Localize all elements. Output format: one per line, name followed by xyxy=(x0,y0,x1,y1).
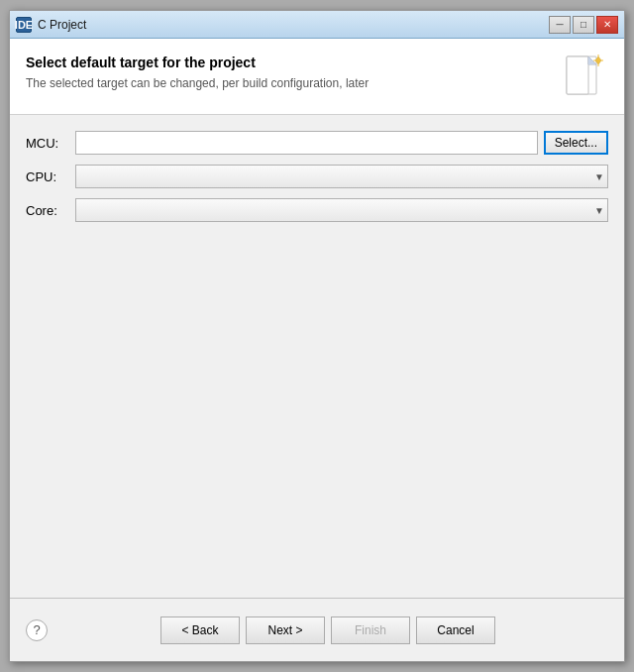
footer-section: ? < Back Next > Finish Cancel xyxy=(10,598,624,661)
close-button[interactable]: ✕ xyxy=(596,16,618,34)
header-section: Select default target for the project Th… xyxy=(10,39,624,115)
header-subtitle: The selected target can be changed, per … xyxy=(26,76,561,90)
select-mcu-button[interactable]: Select... xyxy=(544,131,608,155)
core-dropdown[interactable] xyxy=(75,198,608,222)
maximize-button[interactable]: □ xyxy=(573,16,594,34)
core-row: Core: ▼ xyxy=(26,198,608,222)
cancel-button[interactable]: Cancel xyxy=(416,616,495,644)
header-text: Select default target for the project Th… xyxy=(26,55,561,90)
back-button[interactable]: < Back xyxy=(160,616,240,644)
next-button[interactable]: Next > xyxy=(246,616,325,644)
mcu-label: MCU: xyxy=(26,136,75,151)
core-dropdown-wrapper: ▼ xyxy=(75,198,608,222)
app-icon: IDE xyxy=(16,17,32,33)
core-label: Core: xyxy=(26,203,75,218)
cpu-dropdown[interactable] xyxy=(75,165,608,188)
minimize-button[interactable]: ─ xyxy=(549,16,571,34)
header-title: Select default target for the project xyxy=(26,55,561,70)
footer-buttons: < Back Next > Finish Cancel xyxy=(48,616,608,644)
main-window: IDE C Project ─ □ ✕ Select default targe… xyxy=(9,10,625,662)
cpu-label: CPU: xyxy=(26,169,75,184)
finish-button[interactable]: Finish xyxy=(331,616,410,644)
mcu-input[interactable] xyxy=(75,131,538,155)
mcu-row: MCU: Select... xyxy=(26,131,608,155)
content-area: Select default target for the project Th… xyxy=(10,39,624,661)
window-controls: ─ □ ✕ xyxy=(549,16,618,34)
wizard-icon xyxy=(561,55,608,102)
title-bar: IDE C Project ─ □ ✕ xyxy=(10,11,624,39)
main-section: MCU: Select... CPU: ▼ Core: xyxy=(10,115,624,598)
window-title: C Project xyxy=(38,18,549,32)
cpu-row: CPU: ▼ xyxy=(26,165,608,188)
help-button[interactable]: ? xyxy=(26,619,48,641)
mcu-field-wrapper: Select... xyxy=(75,131,608,155)
svg-rect-1 xyxy=(567,56,588,94)
cpu-dropdown-wrapper: ▼ xyxy=(75,165,608,188)
